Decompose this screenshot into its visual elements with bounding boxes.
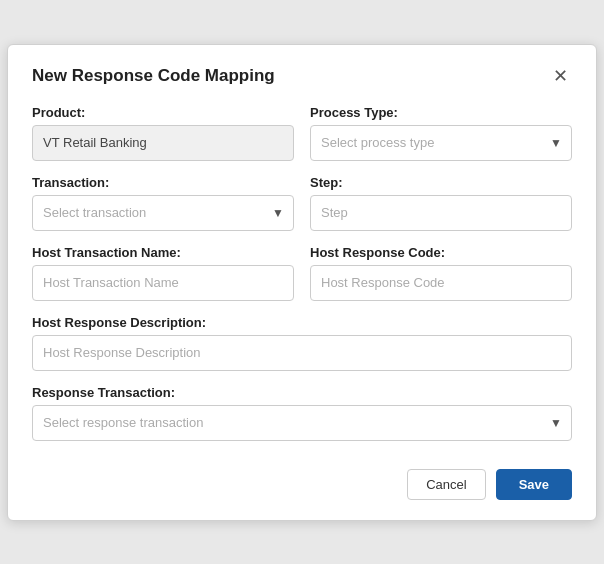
save-button[interactable]: Save (496, 469, 572, 500)
cancel-button[interactable]: Cancel (407, 469, 485, 500)
host-transaction-name-group: Host Transaction Name: (32, 245, 294, 301)
transaction-select-wrapper: Select transaction ▼ (32, 195, 294, 231)
step-label: Step: (310, 175, 572, 190)
host-transaction-name-label: Host Transaction Name: (32, 245, 294, 260)
modal-dialog: New Response Code Mapping ✕ Product: Pro… (7, 44, 597, 521)
product-label: Product: (32, 105, 294, 120)
response-transaction-group: Response Transaction: Select response tr… (32, 385, 572, 441)
host-response-description-label: Host Response Description: (32, 315, 572, 330)
host-transaction-name-input[interactable] (32, 265, 294, 301)
step-group: Step: (310, 175, 572, 231)
row-host-transaction-response-code: Host Transaction Name: Host Response Cod… (32, 245, 572, 301)
host-response-description-group: Host Response Description: (32, 315, 572, 371)
host-response-code-input[interactable] (310, 265, 572, 301)
step-input[interactable] (310, 195, 572, 231)
product-input (32, 125, 294, 161)
response-transaction-select[interactable]: Select response transaction (32, 405, 572, 441)
host-response-description-input[interactable] (32, 335, 572, 371)
row-response-transaction: Response Transaction: Select response tr… (32, 385, 572, 441)
modal-header: New Response Code Mapping ✕ (32, 65, 572, 87)
process-type-select-wrapper: Select process type ▼ (310, 125, 572, 161)
transaction-label: Transaction: (32, 175, 294, 190)
modal-footer: Cancel Save (32, 459, 572, 500)
modal-overlay: New Response Code Mapping ✕ Product: Pro… (0, 0, 604, 564)
process-type-group: Process Type: Select process type ▼ (310, 105, 572, 161)
row-transaction-step: Transaction: Select transaction ▼ Step: (32, 175, 572, 231)
product-group: Product: (32, 105, 294, 161)
response-transaction-label: Response Transaction: (32, 385, 572, 400)
response-transaction-select-wrapper: Select response transaction ▼ (32, 405, 572, 441)
row-host-response-description: Host Response Description: (32, 315, 572, 371)
transaction-select[interactable]: Select transaction (32, 195, 294, 231)
process-type-select[interactable]: Select process type (310, 125, 572, 161)
host-response-code-label: Host Response Code: (310, 245, 572, 260)
close-button[interactable]: ✕ (549, 65, 572, 87)
host-response-code-group: Host Response Code: (310, 245, 572, 301)
modal-title: New Response Code Mapping (32, 66, 275, 86)
row-product-processtype: Product: Process Type: Select process ty… (32, 105, 572, 161)
process-type-label: Process Type: (310, 105, 572, 120)
transaction-group: Transaction: Select transaction ▼ (32, 175, 294, 231)
